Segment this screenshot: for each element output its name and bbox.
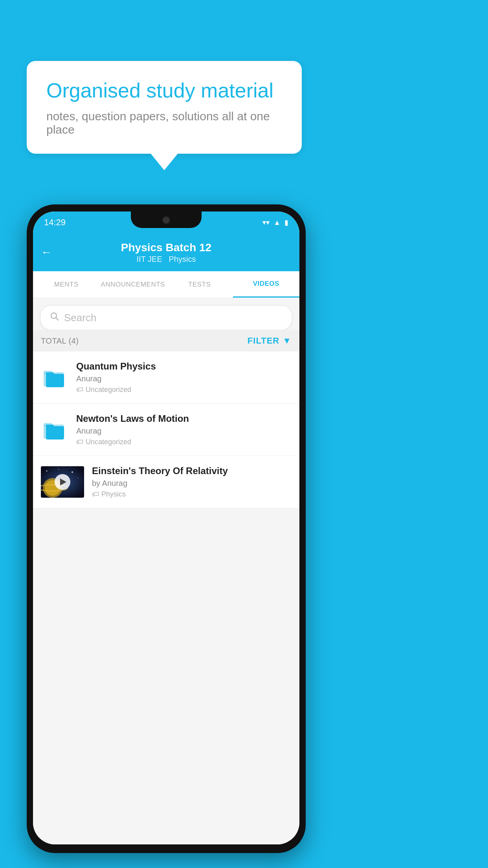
video-author: by Anurag xyxy=(92,479,292,488)
filter-button[interactable]: FILTER ▼ xyxy=(248,336,292,346)
svg-rect-4 xyxy=(46,374,64,387)
signal-icon: ▲ xyxy=(273,219,281,227)
phone-frame: 14:29 ▾▾ ▲ ▮ ← Physics Batch 12 IIT JEE … xyxy=(27,204,306,853)
svg-point-0 xyxy=(51,313,57,318)
tag-icon: 🏷 xyxy=(92,490,99,498)
filter-label: FILTER xyxy=(248,336,279,346)
folder-icon xyxy=(41,364,68,391)
speech-bubble: Organised study material notes, question… xyxy=(27,61,302,154)
list-item[interactable]: Einstein's Theory Of Relativity by Anura… xyxy=(33,456,299,508)
tab-tests[interactable]: TESTS xyxy=(166,271,233,298)
folder-icon xyxy=(41,416,68,443)
phone-notch xyxy=(131,211,202,228)
bubble-subtitle: notes, question papers, solutions all at… xyxy=(46,110,282,136)
phone-screen: 14:29 ▾▾ ▲ ▮ ← Physics Batch 12 IIT JEE … xyxy=(33,211,299,844)
video-title: Newton's Laws of Motion xyxy=(76,413,292,424)
svg-point-13 xyxy=(72,471,73,473)
filter-icon: ▼ xyxy=(283,336,292,346)
tab-videos[interactable]: VIDEOS xyxy=(233,271,300,298)
status-icons: ▾▾ ▲ ▮ xyxy=(262,218,288,227)
filter-row: TOTAL (4) FILTER ▼ xyxy=(33,330,299,351)
phone-content: Search TOTAL (4) FILTER ▼ xyxy=(33,298,299,844)
video-tag: 🏷 Uncategorized xyxy=(76,386,292,394)
video-info: Einstein's Theory Of Relativity by Anura… xyxy=(92,465,292,498)
video-info: Newton's Laws of Motion Anurag 🏷 Uncateg… xyxy=(76,413,292,446)
video-author: Anurag xyxy=(76,427,292,436)
search-placeholder: Search xyxy=(64,312,96,324)
video-thumbnail xyxy=(41,466,84,498)
camera-icon xyxy=(162,216,170,224)
video-title: Quantum Physics xyxy=(76,361,292,372)
list-item[interactable]: Quantum Physics Anurag 🏷 Uncategorized xyxy=(33,351,299,404)
tab-ments[interactable]: MENTS xyxy=(33,271,100,298)
svg-point-12 xyxy=(58,469,59,470)
total-count: TOTAL (4) xyxy=(41,337,79,346)
video-list: Quantum Physics Anurag 🏷 Uncategorized xyxy=(33,351,299,508)
back-button[interactable]: ← xyxy=(41,246,52,259)
search-icon xyxy=(50,312,59,324)
tabs-bar: MENTS ANNOUNCEMENTS TESTS VIDEOS xyxy=(33,271,299,298)
header-title: Physics Batch 12 xyxy=(121,241,211,254)
svg-line-1 xyxy=(56,318,59,321)
video-info: Quantum Physics Anurag 🏷 Uncategorized xyxy=(76,361,292,394)
play-button[interactable] xyxy=(55,474,70,490)
video-title: Einstein's Theory Of Relativity xyxy=(92,465,292,476)
header-subtitle-part2: Physics xyxy=(169,255,196,263)
wifi-icon: ▾▾ xyxy=(262,218,270,227)
tag-icon: 🏷 xyxy=(76,438,83,446)
svg-rect-9 xyxy=(46,425,54,428)
video-tag: 🏷 Physics xyxy=(92,490,292,498)
svg-rect-8 xyxy=(46,426,64,440)
header-subtitle-part1: IIT JEE xyxy=(137,255,162,263)
app-header: ← Physics Batch 12 IIT JEE Physics xyxy=(33,234,299,271)
svg-point-14 xyxy=(78,478,79,478)
video-author: Anurag xyxy=(76,374,292,383)
tag-icon: 🏷 xyxy=(76,386,83,394)
svg-rect-5 xyxy=(46,372,54,375)
list-item[interactable]: Newton's Laws of Motion Anurag 🏷 Uncateg… xyxy=(33,404,299,456)
search-bar[interactable]: Search xyxy=(40,305,292,330)
svg-point-11 xyxy=(46,471,48,472)
bubble-title: Organised study material xyxy=(46,78,282,103)
tab-announcements[interactable]: ANNOUNCEMENTS xyxy=(100,271,167,298)
status-time: 14:29 xyxy=(44,217,66,228)
play-icon xyxy=(60,478,66,485)
video-tag: 🏷 Uncategorized xyxy=(76,438,292,446)
header-subtitle: IIT JEE Physics xyxy=(137,255,196,264)
battery-icon: ▮ xyxy=(284,218,288,227)
